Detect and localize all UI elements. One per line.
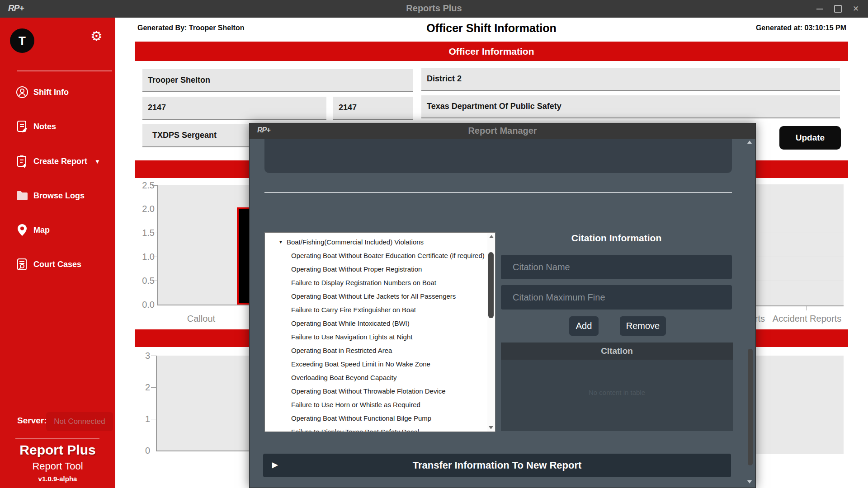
listbox-scrollbar[interactable]	[487, 233, 495, 432]
scroll-down-icon[interactable]	[489, 426, 493, 429]
tree-item-label: Operating Boat Without Boater Education …	[291, 252, 485, 259]
tree-item[interactable]: Failure to Use Navigation Lights at Nigh…	[265, 330, 481, 343]
close-icon[interactable]: ✕	[847, 0, 864, 18]
ytick: 0.0	[118, 300, 155, 310]
dialog-scroll-down-icon[interactable]	[747, 480, 752, 483]
sidebar-item-label: Create Report	[33, 157, 87, 166]
scroll-up-icon[interactable]	[489, 235, 494, 238]
citation-max-fine-input[interactable]	[501, 285, 732, 310]
sidebar-item-label: Notes	[33, 122, 56, 131]
ytick: 2.5	[118, 180, 155, 191]
officer-name-field[interactable]: Trooper Shelton	[142, 69, 413, 92]
chart-left-bottom-plot	[157, 356, 257, 450]
window-titlebar: RP+ Reports Plus ✕	[0, 0, 868, 18]
department-field[interactable]: Texas Department Of Public Safety	[421, 95, 840, 118]
report-manager-dialog: RP+ Report Manager ✕ Citation(s) ▼ Boat/…	[249, 123, 756, 488]
sidebar-item-label: Browse Logs	[33, 191, 85, 201]
tick	[151, 419, 156, 419]
sidebar-item-browse-logs[interactable]: Browse Logs	[0, 186, 115, 206]
unit-number-field[interactable]: 2147	[333, 97, 413, 120]
brand-subtitle: Report Tool	[0, 460, 115, 472]
tick	[151, 387, 156, 388]
tree-item[interactable]: Operating Boat Without Life Jackets for …	[265, 289, 481, 303]
server-label: Server:	[17, 416, 47, 426]
tree-item-label: Operating Boat in Restricted Area	[291, 347, 392, 354]
tick	[152, 233, 157, 233]
tree-item-label: Failure to Use Horn or Whistle as Requir…	[291, 401, 420, 408]
window-title: Reports Plus	[0, 3, 868, 14]
tree-item-label: Operating Boat Without Life Jackets for …	[291, 292, 456, 300]
citation-name-input[interactable]	[501, 255, 732, 279]
note-pencil-icon	[15, 120, 29, 133]
transfer-information-button[interactable]: ▶ Transfer Information To New Report	[263, 454, 731, 477]
chart-left-top-xaxis	[157, 305, 257, 305]
location-pin-icon	[15, 224, 29, 236]
tree-item-label: Operating Boat Without Functional Bilge …	[291, 414, 431, 422]
dialog-titlebar: RP+ Report Manager ✕	[250, 123, 755, 139]
dialog-separator	[264, 192, 732, 193]
update-button[interactable]: Update	[779, 126, 841, 150]
tree-item-label: Boat/Fishing(Commercial Included) Violat…	[287, 238, 424, 246]
add-button[interactable]: Add	[569, 316, 599, 336]
tree-item[interactable]: Operating Boat in Restricted Area	[265, 343, 481, 357]
tick	[201, 305, 201, 310]
server-status-row: Server: Not Connected	[0, 412, 115, 431]
tree-item[interactable]: Failure to Use Horn or Whistle as Requir…	[265, 398, 481, 411]
sidebar-item-notes[interactable]: Notes	[0, 117, 115, 136]
app-window: RP+ Reports Plus ✕ T ⚙ Shift Info Notes …	[0, 0, 868, 488]
caret-down-icon[interactable]: ▼	[278, 239, 283, 244]
tree-item-label: Failure to Display Registration Numbers …	[291, 279, 436, 286]
avatar[interactable]: T	[10, 28, 34, 53]
tree-item[interactable]: Operating Boat While Intoxicated (BWI)	[265, 316, 481, 330]
gear-icon[interactable]: ⚙	[90, 29, 103, 43]
sidebar-item-create-report[interactable]: Create Report ▼	[0, 151, 115, 171]
tree-item[interactable]: Failure to Display Registration Numbers …	[265, 276, 481, 289]
clipboard-plus-icon	[15, 155, 29, 168]
transfer-button-label: Transfer Information To New Report	[413, 460, 582, 471]
listbox-scroll-thumb[interactable]	[488, 252, 494, 318]
citations-tree-listbox[interactable]: ▼ Boat/Fishing(Commercial Included) Viol…	[264, 232, 495, 432]
app-version: v1.0.9-alpha	[0, 475, 115, 483]
dialog-title: Report Manager	[250, 126, 755, 136]
tree-item[interactable]: Exceeding Boat Speed Limit in No Wake Zo…	[265, 357, 481, 371]
sidebar-divider	[17, 70, 112, 71]
tree-item[interactable]: Operating Boat Without Proper Registrati…	[265, 262, 481, 276]
tree-item[interactable]: Operating Boat Without Boater Education …	[265, 249, 481, 262]
maximize-icon[interactable]	[829, 0, 846, 18]
ytick: 2	[114, 382, 150, 393]
folder-icon	[15, 190, 29, 201]
tree-item[interactable]: Overloading Boat Beyond Capacity	[265, 371, 481, 384]
minimize-icon[interactable]	[811, 0, 828, 18]
tree-item[interactable]: Failure to Carry Fire Extinguisher on Bo…	[265, 303, 481, 316]
chart-xlabel-accident-reports: Accident Reports	[769, 314, 845, 324]
badge-number-field[interactable]: 2147	[142, 97, 326, 120]
generated-at-label: Generated at: 03:10:15 PM	[633, 24, 846, 32]
sidebar-item-court-cases[interactable]: Court Cases	[0, 254, 115, 274]
district-field[interactable]: District 2	[421, 68, 840, 91]
tree-item[interactable]: Failure to Display Texas Boat Safety Dec…	[265, 425, 481, 432]
tree-item[interactable]: Operating Boat Without Throwable Flotati…	[265, 384, 481, 398]
sidebar-item-label: Court Cases	[33, 260, 81, 269]
tick	[152, 257, 157, 257]
document-search-icon	[15, 258, 29, 271]
tick	[152, 281, 157, 281]
chart-right-top-xaxis	[756, 305, 844, 306]
tree-item-label: Failure to Carry Fire Extinguisher on Bo…	[291, 306, 416, 314]
chart-right-bottom-plot	[756, 356, 844, 454]
ytick: 1.0	[118, 252, 155, 262]
sidebar-item-map[interactable]: Map	[0, 220, 115, 240]
remove-button[interactable]: Remove	[620, 316, 666, 336]
dialog-scroll-thumb[interactable]	[748, 349, 753, 465]
ytick: 2.0	[118, 204, 155, 214]
sidebar-item-shift-info[interactable]: Shift Info	[0, 82, 115, 102]
dialog-scroll-up-icon[interactable]	[747, 141, 752, 144]
tree-item-label: Exceeding Boat Speed Limit in No Wake Zo…	[291, 360, 430, 368]
chart-left-bottom-yaxis	[156, 356, 157, 451]
tree-item-label: Operating Boat Without Throwable Flotati…	[291, 387, 446, 395]
citation-information-heading: Citation Information	[501, 233, 732, 244]
tree-item-category[interactable]: ▼ Boat/Fishing(Commercial Included) Viol…	[265, 235, 481, 249]
tree-item[interactable]: Operating Boat Without Functional Bilge …	[265, 411, 481, 425]
sidebar-item-label: Shift Info	[33, 88, 69, 97]
sidebar-item-label: Map	[33, 225, 50, 235]
person-icon	[15, 86, 29, 99]
